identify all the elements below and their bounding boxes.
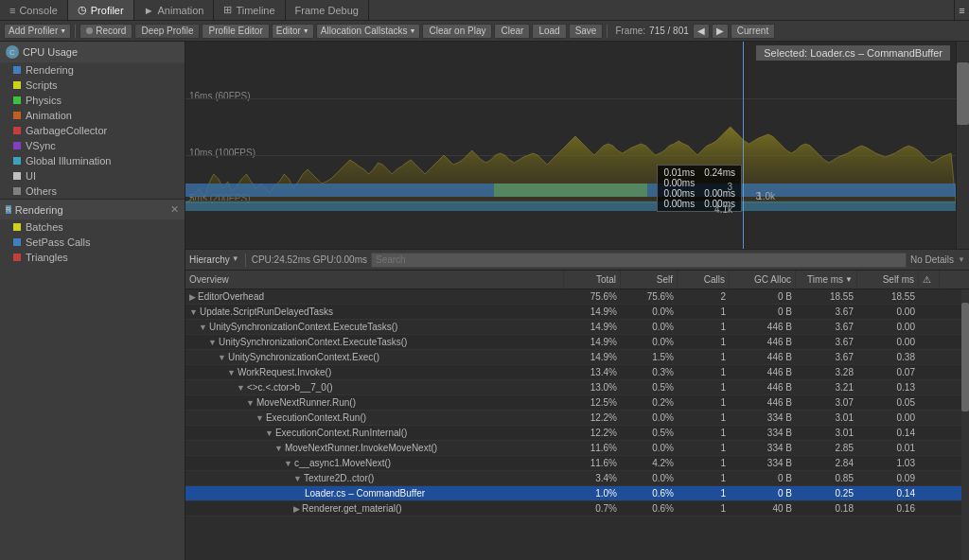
sidebar-item-ui[interactable]: UI [0,168,185,184]
search-input[interactable] [371,253,907,268]
cell-total: 3.4% [564,473,621,483]
expand-arrow-icon[interactable]: ▼ [265,429,273,438]
chart-scrollbar-thumb[interactable] [957,62,969,125]
cell-selfms: 0.00 [857,337,919,347]
sidebar-item-gi[interactable]: Global Illumination [0,153,185,168]
col-header-self[interactable]: Self [621,271,678,289]
table-row[interactable]: ▼ UnitySynchronizationContext.ExecuteTas… [185,320,969,335]
cell-overview: ▼ ExecutionContext.RunInternal() [185,428,564,438]
sidebar-item-scripts[interactable]: Scripts [0,78,185,93]
table-row[interactable]: Loader.cs – CommandBuffer 1.0% 0.6% 1 0 … [185,486,969,501]
sidebar-item-batches[interactable]: Batches [0,219,185,235]
expand-arrow-icon[interactable]: ▶ [293,504,300,514]
table-row[interactable]: ▼ c__async1.MoveNext() 11.6% 4.2% 1 334 … [185,456,969,471]
expand-arrow-icon[interactable]: ▶ [189,292,196,302]
col-header-overview[interactable]: Overview [185,271,564,289]
table-scroll-area: ▶ EditorOverhead 75.6% 75.6% 2 0 B 18.55… [185,289,969,560]
deep-profile-button[interactable]: Deep Profile [134,24,200,39]
table-row[interactable]: ▼ ExecutionContext.Run() 12.2% 0.0% 1 33… [185,411,969,426]
expand-arrow-icon[interactable]: ▼ [227,368,236,377]
tab-menu-btn[interactable]: ≡ [954,0,969,20]
save-button[interactable]: Save [569,24,604,39]
next-frame-button[interactable]: ▶ [712,24,729,39]
expand-arrow-icon[interactable]: ▼ [218,353,226,362]
sidebar-item-gc[interactable]: GarbageCollector [0,123,185,138]
record-button[interactable]: Record [79,24,132,39]
table-row[interactable]: ▶ Renderer.get_material() 0.7% 0.6% 1 40… [185,501,969,516]
table-scrollbar[interactable] [961,289,969,560]
sidebar-item-physics[interactable]: Physics [0,93,185,108]
expand-arrow-icon[interactable]: ▼ [284,459,292,468]
cell-timems: 2.85 [796,443,857,453]
sidebar-item-rendering[interactable]: Rendering [0,62,185,78]
col-header-selfms[interactable]: Self ms [857,271,919,289]
cell-timems: 18.55 [796,291,857,302]
profile-editor-button[interactable]: Profile Editor [202,24,269,39]
table-row[interactable]: ▼ ExecutionContext.RunInternal() 12.2% 0… [185,426,969,441]
expand-arrow-icon[interactable]: ▼ [255,413,264,423]
current-button[interactable]: Current [731,24,775,39]
cell-total: 14.9% [564,337,621,347]
cell-timems: 3.28 [796,367,857,377]
hierarchy-dropdown[interactable]: Hierarchy ▼ [189,254,239,265]
cell-overview: ▼ <>c.<.ctor>b__7_0() [185,382,564,393]
chart-scrollbar[interactable] [956,42,969,249]
clear-on-play-button[interactable]: Clear on Play [422,24,492,39]
expand-arrow-icon[interactable]: ▼ [189,307,198,317]
table-row[interactable]: ▼ Texture2D..ctor() 3.4% 0.0% 1 0 B 0.85… [185,471,969,486]
selected-label: Selected: Loader.cs – CommandBuffer [756,45,950,61]
table-row[interactable]: ▶ EditorOverhead 75.6% 75.6% 2 0 B 18.55… [185,289,969,305]
editor-dropdown[interactable]: Editor ▼ [272,24,314,39]
expand-arrow-icon[interactable]: ▼ [199,323,207,332]
sidebar-item-setpass[interactable]: SetPass Calls [0,235,185,250]
cell-selfms: 0.07 [857,367,919,377]
sidebar-item-others[interactable]: Others [0,184,185,199]
expand-arrow-icon[interactable]: ▼ [293,474,302,483]
cell-total: 13.4% [564,367,621,377]
expand-arrow-icon[interactable]: ▼ [237,383,245,393]
tab-bar: ≡ Console ◷ Profiler ► Animation ⊞ Timel… [0,0,969,21]
allocation-callstacks-dropdown[interactable]: Allocation Callstacks ▼ [316,24,421,39]
prev-frame-button[interactable]: ◀ [693,24,710,39]
table-row[interactable]: ▼ UnitySynchronizationContext.ExecuteTas… [185,335,969,350]
record-dot-icon [86,27,93,34]
cpu-header[interactable]: C CPU Usage [0,42,185,62]
table-row[interactable]: ▼ <>c.<.ctor>b__7_0() 13.0% 0.5% 1 446 B… [185,380,969,395]
table-row[interactable]: ▼ MoveNextRunner.InvokeMoveNext() 11.6% … [185,441,969,456]
tab-timeline[interactable]: ⊞ Timeline [214,0,285,20]
col-header-total[interactable]: Total [564,271,621,289]
table-row[interactable]: ▼ MoveNextRunner.Run() 12.5% 0.2% 1 446 … [185,395,969,411]
cell-timems: 3.67 [796,322,857,332]
tab-profiler[interactable]: ◷ Profiler [68,0,134,20]
expand-arrow-icon[interactable]: ▼ [274,444,283,453]
clear-button[interactable]: Clear [494,24,530,39]
sidebar-item-vsync[interactable]: VSync [0,138,185,153]
expand-arrow-icon[interactable]: ▼ [208,338,217,347]
expand-arrow-icon[interactable]: ▼ [246,398,255,408]
sidebar-item-animation[interactable]: Animation [0,108,185,123]
cell-selfms: 0.13 [857,382,919,393]
load-button[interactable]: Load [532,24,566,39]
col-header-calls[interactable]: Calls [678,271,730,289]
table-row[interactable]: ▼ WorkRequest.Invoke() 13.4% 0.3% 1 446 … [185,365,969,380]
col-header-gcalloc[interactable]: GC Alloc [730,271,796,289]
chart-area[interactable]: 16ms (60FPS) 10ms (100FPS) 5ms (200FPS) [185,42,969,250]
cell-overview: ▼ UnitySynchronizationContext.Exec() [185,352,564,362]
table-row[interactable]: ▼ Update.ScriptRunDelayedTasks 14.9% 0.0… [185,305,969,320]
add-profiler-dropdown[interactable]: Add Profiler ▼ [4,24,71,39]
cell-total: 1.0% [564,488,621,499]
tab-console[interactable]: ≡ Console [0,0,68,20]
sidebar-item-triangles[interactable]: Triangles [0,250,185,265]
cell-selfms: 0.14 [857,488,919,499]
cell-self: 0.5% [621,428,678,438]
bottom-toolbar: Hierarchy ▼ CPU:24.52ms GPU:0.00ms No De… [185,250,969,271]
cell-self: 0.0% [621,412,678,423]
tab-animation[interactable]: ► Animation [134,0,215,20]
cell-selfms: 0.01 [857,443,919,453]
col-header-timems[interactable]: Time ms ▼ [796,271,857,289]
table-scrollbar-thumb[interactable] [961,303,969,411]
rendering-close-button[interactable]: ✕ [170,203,179,216]
tab-framedebug[interactable]: Frame Debug [286,0,369,20]
table-row[interactable]: ▼ UnitySynchronizationContext.Exec() 14.… [185,350,969,365]
cell-gcalloc: 0 B [730,473,796,483]
